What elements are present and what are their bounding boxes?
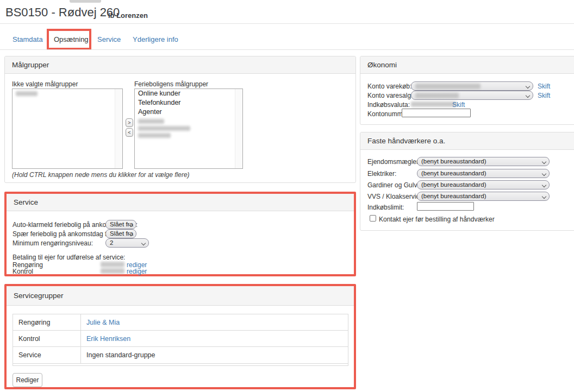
spaer-feriebolig-label: Spær feriebolig på ankomstdag til kl.: [13,230,120,238]
indkobslimit-label: Indkøbslimit: [367,204,404,211]
skift-valuta-link[interactable]: Skift [452,101,465,109]
page: BS0150 - Rødvej 260 Ib Lorenzen Stamdata… [0,0,574,392]
table-bottom-sliver [13,363,348,366]
elektriker-label: Elektriker: [367,170,396,178]
chevron-down-icon [542,194,546,199]
vvs-select[interactable]: (benyt bureaustandard) [417,192,550,201]
selected-maalgrupper-listbox[interactable]: Online kunder Telefonkunder Agenter [134,88,243,169]
tab-service[interactable]: Service [97,35,121,43]
table-row: Rengøring Julie & Mia [13,314,348,331]
list-item[interactable]: Telefonkunder [135,98,242,108]
redacted-list-item[interactable] [138,126,190,131]
move-left-button[interactable]: < [126,128,133,137]
chevron-down-icon [141,241,146,245]
indkobslimit-input[interactable] [417,202,474,211]
chevron-down-icon [542,183,546,187]
chevron-down-icon [526,84,530,88]
list-item[interactable]: Agenter [135,108,242,117]
gardiner-label: Gardiner og Gulve: [367,181,422,189]
tab-stamdata[interactable]: Stamdata [13,35,43,43]
select-value: 2 [110,239,113,246]
kontrol-gruppe-link[interactable]: Erik Henriksen [86,335,130,343]
move-right-button[interactable]: > [126,118,133,127]
maalgrupper-header: Målgrupper [5,56,355,74]
betaling-kontrol-label: Kontrol [13,268,33,275]
kontonummer-input[interactable] [402,109,471,117]
redacted-value [415,84,481,89]
service-header: Service [7,194,354,211]
page-subtitle: Ib Lorenzen [108,11,148,20]
tabs-divider [0,49,574,50]
panel-service: Service Auto-klarmeld feriebolig på anko… [4,192,356,276]
rengoringsniveau-label: Minimum rengøringsniveau: [13,239,93,247]
redacted-list-item[interactable] [16,91,38,96]
tab-yderligere-info[interactable]: Yderligere info [133,35,178,43]
ejendomsmaeglere-label: Ejendomsmæglere: [367,158,424,166]
list-item[interactable]: Online kunder [135,89,242,98]
skift-varekob-link[interactable]: Skift [538,83,550,90]
spaer-feriebolig-select[interactable]: Slået fra [105,229,136,238]
redacted-value [101,268,124,274]
redacted-value [411,102,457,107]
auto-klarmeld-select[interactable]: Slået fra [105,220,136,229]
konto-varesalg-label: Konto varesalg: [367,92,413,99]
okonomi-header: Økonomi [360,56,574,74]
panel-handvaerkere: Faste håndværkere o.a. Ejendomsmæglere: … [360,132,574,231]
row-label: Kontrol [13,331,81,346]
gardiner-select[interactable]: (benyt bureaustandard) [417,180,550,189]
select-value: (benyt bureaustandard) [421,158,486,165]
konto-varekob-label: Konto varekøb: [367,83,411,90]
elektriker-select[interactable]: (benyt bureaustandard) [417,169,550,178]
panel-maalgrupper: Målgrupper Ikke valgte målgrupper Ferieb… [4,56,356,183]
vvs-label: VVS / Kloakservice: [367,193,425,200]
select-value: (benyt bureaustandard) [421,181,486,188]
top-edge-artifact [70,0,101,3]
select-value: (benyt bureaustandard) [421,170,486,176]
page-title: BS0150 - Rødvej 260 [5,5,120,20]
listbox-scrollbar[interactable] [235,89,242,168]
table-row: Kontrol Erik Henriksen [13,331,348,347]
chevron-down-icon [542,160,546,164]
left-list-label: Ikke valgte målgrupper [12,80,78,88]
unselected-maalgrupper-listbox[interactable] [12,88,123,169]
rengoringsniveau-select[interactable]: 2 [105,238,149,248]
skift-varesalg-link[interactable]: Skift [538,92,550,99]
chevron-down-icon [526,93,530,98]
chevron-down-icon [542,172,546,176]
servicegrupper-table: Rengøring Julie & Mia Kontrol Erik Henri… [13,314,348,364]
select-value: (benyt bureaustandard) [421,193,486,199]
konto-varesalg-select[interactable] [411,91,533,100]
indkobsvaluta-label: Indkøbsvaluta: [367,101,410,109]
row-label: Service [13,347,81,363]
header-divider [0,23,574,24]
rediger-button[interactable]: Rediger [13,373,42,387]
ctrl-hint-text: (Hold CTRL knappen nede mens du klikker … [12,171,190,179]
service-gruppe-value: Ingen standard-gruppe [81,347,348,363]
listbox-scrollbar[interactable] [115,89,122,168]
redacted-value [101,262,124,267]
kontakt-ejer-label: Kontakt ejer før bestilling af håndværke… [379,216,495,223]
redacted-list-item[interactable] [138,119,164,124]
handvaerkere-header: Faste håndværkere o.a. [360,132,574,150]
ejendomsmaeglere-select[interactable]: (benyt bureaustandard) [417,157,550,166]
servicegrupper-header: Servicegrupper [7,286,354,306]
rediger-kontrol-link[interactable]: rediger [127,268,147,275]
redacted-value [415,93,459,98]
table-row: Service Ingen standard-gruppe [13,347,348,363]
kontakt-ejer-checkbox[interactable] [370,215,376,222]
tab-opsaetning[interactable]: Opsætning [54,35,89,43]
panel-servicegrupper: Servicegrupper Rengøring Julie & Mia Kon… [4,284,356,389]
row-label: Rengøring [13,314,81,330]
redacted-list-item[interactable] [138,133,171,138]
right-list-label: Ferieboligens målgrupper [134,80,208,88]
rengoring-gruppe-link[interactable]: Julie & Mia [86,319,120,326]
panel-okonomi: Økonomi Konto varekøb: Skift Konto vares… [360,56,574,125]
konto-varekob-select[interactable] [411,81,533,91]
betaling-label: Betaling til ejer for udførelse af servi… [13,254,125,261]
